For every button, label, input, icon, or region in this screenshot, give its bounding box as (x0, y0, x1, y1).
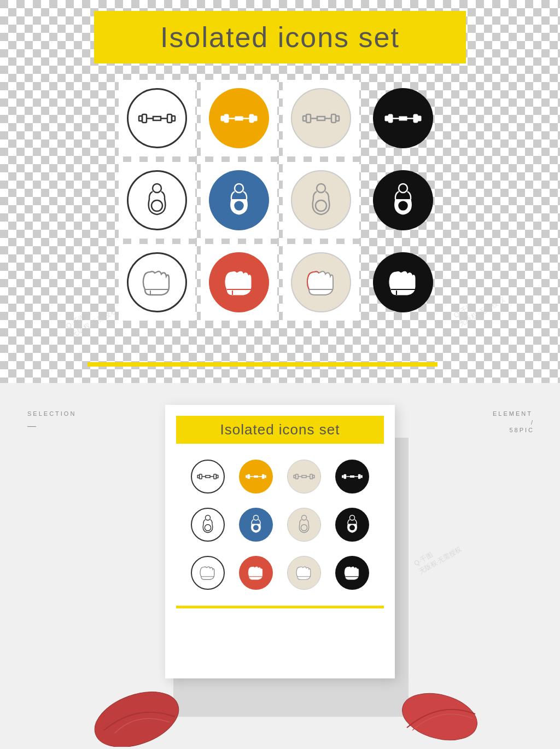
card-title: Isolated icons set (220, 421, 340, 438)
svg-point-34 (399, 184, 407, 193)
card-glove-svg-1 (198, 565, 218, 581)
title-banner: Isolated icons set (94, 11, 466, 63)
icon-circle-kettlebell-4 (373, 170, 433, 230)
svg-rect-45 (197, 475, 199, 478)
dumbbell-icon-1 (138, 109, 176, 128)
glove-icon-4 (386, 268, 421, 298)
svg-rect-8 (224, 114, 229, 123)
top-section: Isolated icons set (0, 0, 560, 383)
element-sub1: / (493, 419, 533, 426)
bottom-section: SELECTION — ELEMENT / 5 8 P I C Isolated… (0, 383, 560, 749)
yellow-divider-top (88, 362, 438, 367)
svg-rect-64 (350, 475, 354, 478)
svg-rect-59 (294, 475, 295, 478)
icon-cell-kettlebell-blue (201, 162, 277, 239)
svg-rect-47 (216, 475, 218, 478)
card-kettlebell-svg-4 (343, 514, 361, 535)
card-icon-dumbbell-4 (330, 455, 374, 498)
svg-point-72 (205, 525, 211, 531)
svg-point-31 (234, 200, 244, 211)
svg-point-30 (235, 184, 243, 193)
icon-circle-kettlebell-1 (127, 170, 187, 230)
card-icon-dumbbell-2 (234, 455, 278, 498)
icon-cell-dumbbell-outline (119, 80, 195, 156)
leaf-left (88, 681, 186, 749)
icon-cell-dumbbell-beige (283, 80, 359, 156)
icon-cell-dumbbell-yellow (201, 80, 277, 156)
svg-rect-4 (172, 116, 175, 121)
dumbbell-icon-4 (384, 109, 422, 128)
element-text: ELEMENT (493, 410, 533, 417)
icon-circle-dumbbell-4 (373, 88, 433, 148)
kettlebell-icon-4 (387, 183, 419, 218)
card-title-banner: Isolated icons set (176, 416, 384, 444)
card-glove-svg-3 (294, 565, 314, 581)
svg-rect-57 (302, 475, 306, 478)
leaf-left-svg (88, 681, 186, 747)
card-icon-kettlebell-2 (234, 503, 278, 547)
svg-rect-0 (153, 117, 161, 120)
card-circle-glove-4 (335, 556, 369, 590)
svg-rect-22 (388, 114, 393, 123)
card-icon-glove-3 (282, 551, 326, 595)
icon-cell-glove-red (201, 244, 277, 321)
svg-point-86 (397, 686, 482, 747)
kettlebell-icon-1 (141, 183, 173, 218)
glove-icon-1 (139, 268, 175, 298)
card-icon-kettlebell-3 (282, 503, 326, 547)
card-kettlebell-svg-2 (247, 514, 265, 535)
kettlebell-icon-3 (305, 183, 337, 218)
svg-rect-16 (303, 116, 306, 121)
svg-point-74 (253, 525, 259, 531)
leaf-right (396, 681, 483, 749)
svg-rect-11 (254, 116, 257, 121)
svg-rect-10 (249, 114, 254, 123)
selection-text: SELECTION (27, 410, 76, 417)
svg-point-29 (151, 200, 162, 211)
svg-point-35 (398, 200, 409, 211)
card-icon-glove-4 (330, 551, 374, 595)
card-circle-kettlebell-1 (191, 508, 225, 542)
card-circle-kettlebell-2 (239, 508, 273, 542)
svg-rect-9 (221, 116, 224, 121)
svg-rect-43 (206, 475, 210, 478)
svg-rect-68 (360, 475, 362, 478)
svg-rect-14 (317, 117, 325, 120)
main-title: Isolated icons set (160, 21, 400, 53)
svg-rect-2 (139, 116, 142, 121)
svg-point-73 (253, 515, 258, 520)
svg-rect-21 (399, 117, 407, 120)
card-yellow-line (176, 606, 384, 608)
watermark-bottom: Q·千图无版权·无需授权 (412, 536, 463, 576)
svg-rect-54 (264, 475, 266, 478)
svg-rect-23 (385, 116, 388, 121)
icon-circle-glove-1 (127, 252, 187, 312)
icon-circle-dumbbell-1 (127, 88, 187, 148)
svg-rect-25 (418, 116, 421, 121)
card-glove-svg-2 (246, 565, 266, 581)
card-glove-svg-4 (342, 565, 362, 581)
icon-cell-glove-black (365, 244, 441, 321)
card-icon-glove-1 (186, 551, 230, 595)
svg-point-33 (316, 200, 326, 211)
svg-rect-18 (336, 116, 339, 121)
svg-point-77 (349, 515, 354, 520)
svg-rect-24 (413, 114, 418, 123)
svg-rect-66 (342, 475, 343, 478)
svg-point-71 (205, 515, 210, 520)
dumbbell-icon-2 (220, 109, 258, 128)
card-circle-dumbbell-2 (239, 460, 273, 493)
icon-cell-dumbbell-black (365, 80, 441, 156)
card-icon-glove-2 (234, 551, 278, 595)
icon-circle-kettlebell-2 (209, 170, 269, 230)
svg-point-78 (349, 525, 355, 531)
svg-rect-7 (235, 117, 243, 120)
svg-rect-50 (254, 475, 258, 478)
icon-cell-kettlebell-outline (119, 162, 195, 239)
card-icon-kettlebell-1 (186, 503, 230, 547)
svg-point-76 (301, 525, 307, 531)
icon-circle-kettlebell-3 (291, 170, 351, 230)
card-circle-glove-2 (239, 556, 273, 590)
card-circle-dumbbell-3 (287, 460, 321, 493)
card-icon-kettlebell-4 (330, 503, 374, 547)
